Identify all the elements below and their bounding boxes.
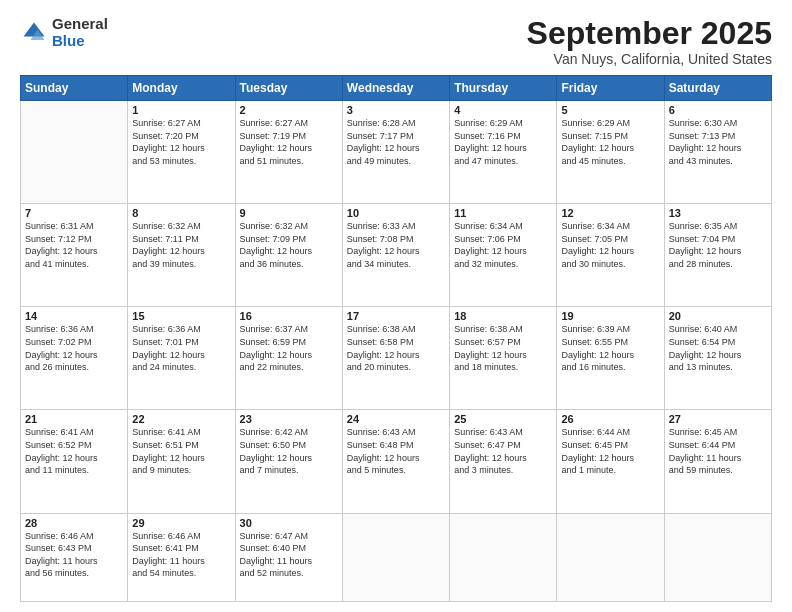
- cell-content: Sunrise: 6:38 AMSunset: 6:57 PMDaylight:…: [454, 323, 552, 373]
- day-number: 19: [561, 310, 659, 322]
- logo-general-text: General: [52, 16, 108, 33]
- logo-text: General Blue: [52, 16, 108, 49]
- calendar-cell: 27Sunrise: 6:45 AMSunset: 6:44 PMDayligh…: [664, 410, 771, 513]
- day-number: 21: [25, 413, 123, 425]
- calendar-cell: 26Sunrise: 6:44 AMSunset: 6:45 PMDayligh…: [557, 410, 664, 513]
- calendar-cell: 2Sunrise: 6:27 AMSunset: 7:19 PMDaylight…: [235, 101, 342, 204]
- svg-marker-0: [24, 22, 45, 36]
- cell-content: Sunrise: 6:46 AMSunset: 6:41 PMDaylight:…: [132, 530, 230, 580]
- day-number: 17: [347, 310, 445, 322]
- day-number: 24: [347, 413, 445, 425]
- calendar-cell: 19Sunrise: 6:39 AMSunset: 6:55 PMDayligh…: [557, 307, 664, 410]
- weekday-header-wednesday: Wednesday: [342, 76, 449, 101]
- calendar-week-row: 28Sunrise: 6:46 AMSunset: 6:43 PMDayligh…: [21, 513, 772, 602]
- calendar-cell: 16Sunrise: 6:37 AMSunset: 6:59 PMDayligh…: [235, 307, 342, 410]
- calendar-cell: 17Sunrise: 6:38 AMSunset: 6:58 PMDayligh…: [342, 307, 449, 410]
- calendar-week-row: 21Sunrise: 6:41 AMSunset: 6:52 PMDayligh…: [21, 410, 772, 513]
- calendar-cell: 22Sunrise: 6:41 AMSunset: 6:51 PMDayligh…: [128, 410, 235, 513]
- header: General Blue September 2025 Van Nuys, Ca…: [20, 16, 772, 67]
- day-number: 15: [132, 310, 230, 322]
- calendar-cell: 30Sunrise: 6:47 AMSunset: 6:40 PMDayligh…: [235, 513, 342, 602]
- cell-content: Sunrise: 6:27 AMSunset: 7:20 PMDaylight:…: [132, 117, 230, 167]
- weekday-header-row: SundayMondayTuesdayWednesdayThursdayFrid…: [21, 76, 772, 101]
- calendar-cell: 29Sunrise: 6:46 AMSunset: 6:41 PMDayligh…: [128, 513, 235, 602]
- calendar-cell: 25Sunrise: 6:43 AMSunset: 6:47 PMDayligh…: [450, 410, 557, 513]
- weekday-header-thursday: Thursday: [450, 76, 557, 101]
- day-number: 13: [669, 207, 767, 219]
- cell-content: Sunrise: 6:36 AMSunset: 7:02 PMDaylight:…: [25, 323, 123, 373]
- day-number: 25: [454, 413, 552, 425]
- day-number: 7: [25, 207, 123, 219]
- day-number: 12: [561, 207, 659, 219]
- calendar-cell: [342, 513, 449, 602]
- day-number: 2: [240, 104, 338, 116]
- calendar-cell: [557, 513, 664, 602]
- cell-content: Sunrise: 6:28 AMSunset: 7:17 PMDaylight:…: [347, 117, 445, 167]
- location: Van Nuys, California, United States: [527, 51, 772, 67]
- weekday-header-tuesday: Tuesday: [235, 76, 342, 101]
- day-number: 3: [347, 104, 445, 116]
- weekday-header-saturday: Saturday: [664, 76, 771, 101]
- calendar-cell: 15Sunrise: 6:36 AMSunset: 7:01 PMDayligh…: [128, 307, 235, 410]
- calendar-cell: 11Sunrise: 6:34 AMSunset: 7:06 PMDayligh…: [450, 204, 557, 307]
- cell-content: Sunrise: 6:31 AMSunset: 7:12 PMDaylight:…: [25, 220, 123, 270]
- calendar-cell: [21, 101, 128, 204]
- cell-content: Sunrise: 6:35 AMSunset: 7:04 PMDaylight:…: [669, 220, 767, 270]
- day-number: 10: [347, 207, 445, 219]
- day-number: 27: [669, 413, 767, 425]
- calendar-cell: 7Sunrise: 6:31 AMSunset: 7:12 PMDaylight…: [21, 204, 128, 307]
- cell-content: Sunrise: 6:33 AMSunset: 7:08 PMDaylight:…: [347, 220, 445, 270]
- calendar-table: SundayMondayTuesdayWednesdayThursdayFrid…: [20, 75, 772, 602]
- cell-content: Sunrise: 6:38 AMSunset: 6:58 PMDaylight:…: [347, 323, 445, 373]
- calendar-cell: 24Sunrise: 6:43 AMSunset: 6:48 PMDayligh…: [342, 410, 449, 513]
- day-number: 28: [25, 517, 123, 529]
- day-number: 6: [669, 104, 767, 116]
- day-number: 14: [25, 310, 123, 322]
- cell-content: Sunrise: 6:41 AMSunset: 6:52 PMDaylight:…: [25, 426, 123, 476]
- calendar-cell: [450, 513, 557, 602]
- calendar-cell: 10Sunrise: 6:33 AMSunset: 7:08 PMDayligh…: [342, 204, 449, 307]
- calendar-week-row: 14Sunrise: 6:36 AMSunset: 7:02 PMDayligh…: [21, 307, 772, 410]
- calendar-week-row: 1Sunrise: 6:27 AMSunset: 7:20 PMDaylight…: [21, 101, 772, 204]
- calendar-cell: 21Sunrise: 6:41 AMSunset: 6:52 PMDayligh…: [21, 410, 128, 513]
- cell-content: Sunrise: 6:32 AMSunset: 7:11 PMDaylight:…: [132, 220, 230, 270]
- calendar-cell: 6Sunrise: 6:30 AMSunset: 7:13 PMDaylight…: [664, 101, 771, 204]
- weekday-header-sunday: Sunday: [21, 76, 128, 101]
- cell-content: Sunrise: 6:41 AMSunset: 6:51 PMDaylight:…: [132, 426, 230, 476]
- cell-content: Sunrise: 6:42 AMSunset: 6:50 PMDaylight:…: [240, 426, 338, 476]
- cell-content: Sunrise: 6:32 AMSunset: 7:09 PMDaylight:…: [240, 220, 338, 270]
- cell-content: Sunrise: 6:27 AMSunset: 7:19 PMDaylight:…: [240, 117, 338, 167]
- day-number: 9: [240, 207, 338, 219]
- calendar-cell: 12Sunrise: 6:34 AMSunset: 7:05 PMDayligh…: [557, 204, 664, 307]
- cell-content: Sunrise: 6:39 AMSunset: 6:55 PMDaylight:…: [561, 323, 659, 373]
- calendar-cell: [664, 513, 771, 602]
- cell-content: Sunrise: 6:43 AMSunset: 6:47 PMDaylight:…: [454, 426, 552, 476]
- month-title: September 2025: [527, 16, 772, 51]
- calendar-cell: 8Sunrise: 6:32 AMSunset: 7:11 PMDaylight…: [128, 204, 235, 307]
- logo-blue-text: Blue: [52, 33, 108, 50]
- day-number: 26: [561, 413, 659, 425]
- cell-content: Sunrise: 6:29 AMSunset: 7:15 PMDaylight:…: [561, 117, 659, 167]
- calendar-cell: 4Sunrise: 6:29 AMSunset: 7:16 PMDaylight…: [450, 101, 557, 204]
- day-number: 22: [132, 413, 230, 425]
- calendar-cell: 1Sunrise: 6:27 AMSunset: 7:20 PMDaylight…: [128, 101, 235, 204]
- day-number: 1: [132, 104, 230, 116]
- cell-content: Sunrise: 6:37 AMSunset: 6:59 PMDaylight:…: [240, 323, 338, 373]
- calendar-cell: 20Sunrise: 6:40 AMSunset: 6:54 PMDayligh…: [664, 307, 771, 410]
- day-number: 4: [454, 104, 552, 116]
- page: General Blue September 2025 Van Nuys, Ca…: [0, 0, 792, 612]
- cell-content: Sunrise: 6:45 AMSunset: 6:44 PMDaylight:…: [669, 426, 767, 476]
- calendar-cell: 5Sunrise: 6:29 AMSunset: 7:15 PMDaylight…: [557, 101, 664, 204]
- cell-content: Sunrise: 6:43 AMSunset: 6:48 PMDaylight:…: [347, 426, 445, 476]
- calendar-cell: 3Sunrise: 6:28 AMSunset: 7:17 PMDaylight…: [342, 101, 449, 204]
- day-number: 16: [240, 310, 338, 322]
- cell-content: Sunrise: 6:47 AMSunset: 6:40 PMDaylight:…: [240, 530, 338, 580]
- day-number: 30: [240, 517, 338, 529]
- cell-content: Sunrise: 6:36 AMSunset: 7:01 PMDaylight:…: [132, 323, 230, 373]
- logo: General Blue: [20, 16, 108, 49]
- calendar-cell: 28Sunrise: 6:46 AMSunset: 6:43 PMDayligh…: [21, 513, 128, 602]
- weekday-header-friday: Friday: [557, 76, 664, 101]
- cell-content: Sunrise: 6:46 AMSunset: 6:43 PMDaylight:…: [25, 530, 123, 580]
- cell-content: Sunrise: 6:40 AMSunset: 6:54 PMDaylight:…: [669, 323, 767, 373]
- day-number: 29: [132, 517, 230, 529]
